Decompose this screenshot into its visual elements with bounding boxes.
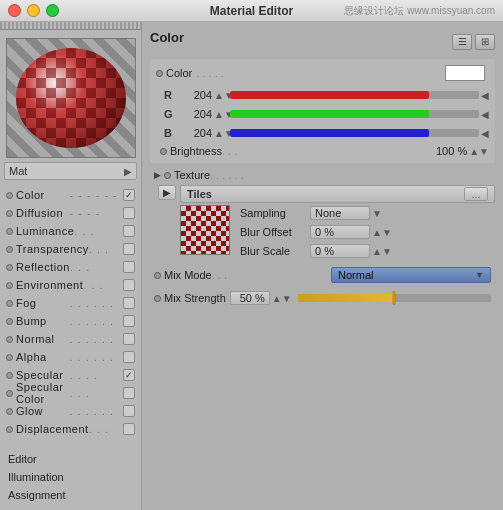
channel-name: Glow	[16, 405, 70, 417]
channel-checkbox[interactable]	[123, 243, 135, 255]
channel-dot	[6, 354, 13, 361]
rgb-channel-label: B	[164, 127, 178, 139]
blur-offset-value[interactable]: 0 %	[310, 225, 370, 239]
rgb-stepper[interactable]: ▲▼	[214, 90, 230, 101]
channel-checkbox[interactable]	[123, 333, 135, 345]
channel-dots: . . .	[70, 387, 124, 399]
rgb-bar-arrow[interactable]: ◀	[481, 90, 489, 101]
channel-name: Reflection	[16, 261, 70, 273]
channel-checkbox[interactable]	[123, 279, 135, 291]
mix-strength-dot	[154, 295, 161, 302]
channel-checkbox[interactable]	[123, 261, 135, 273]
texture-nav-button[interactable]: ▶	[158, 185, 176, 200]
channel-checkbox[interactable]	[123, 225, 135, 237]
channel-checkbox[interactable]	[123, 387, 135, 399]
sampling-label: Sampling	[240, 207, 310, 219]
channel-dot	[6, 408, 13, 415]
bottom-item-editor[interactable]: Editor	[4, 450, 137, 468]
mix-mode-value: Normal	[338, 269, 373, 281]
color-label: Color	[166, 67, 192, 79]
rgb-value: 204	[178, 127, 214, 139]
mix-strength-value[interactable]: 50 %	[230, 291, 270, 305]
channel-dots: - - - - - -	[70, 189, 124, 201]
channel-checkbox[interactable]	[123, 423, 135, 435]
mix-mode-label: Mix Mode	[164, 269, 212, 281]
rgb-bar-track[interactable]	[230, 91, 479, 99]
blur-scale-stepper[interactable]: ▲▼	[372, 246, 392, 257]
channel-dot	[6, 282, 13, 289]
color-dots: . . . . .	[196, 67, 445, 79]
channel-item-normal[interactable]: Normal. . . . . .	[2, 330, 139, 348]
channel-item-alpha[interactable]: Alpha. . . . . .	[2, 348, 139, 366]
rgb-bar-track[interactable]	[230, 129, 479, 137]
rgb-bar-arrow[interactable]: ◀	[481, 109, 489, 120]
brightness-stepper[interactable]: ▲▼	[469, 146, 489, 157]
rgb-bar-fill	[230, 110, 429, 118]
channel-dot	[6, 228, 13, 235]
mix-strength-bar[interactable]	[298, 294, 491, 302]
channel-item-bump[interactable]: Bump. . . . . .	[2, 312, 139, 330]
rgb-row-b: B204▲▼◀	[164, 125, 489, 141]
channel-item-reflection[interactable]: Reflection. . .	[2, 258, 139, 276]
channel-item-transparency[interactable]: Transparency . . .	[2, 240, 139, 258]
channel-item-displacement[interactable]: Displacement . . .	[2, 420, 139, 438]
channel-checkbox[interactable]	[123, 189, 135, 201]
mix-mode-dot	[154, 272, 161, 279]
channel-item-environment[interactable]: Environment . . .	[2, 276, 139, 294]
sampling-dropdown[interactable]: None	[310, 206, 370, 220]
channel-checkbox[interactable]	[123, 405, 135, 417]
section-title: Color	[150, 30, 184, 45]
channel-item-diffusion[interactable]: Diffusion- - - -	[2, 204, 139, 222]
mix-strength-stepper[interactable]: ▲▼	[272, 293, 292, 304]
mix-strength-handle[interactable]	[393, 291, 396, 305]
channel-dots: . . .	[70, 261, 123, 273]
rgb-bar-track[interactable]	[230, 110, 479, 118]
channel-checkbox[interactable]	[123, 297, 135, 309]
blur-scale-value[interactable]: 0 %	[310, 244, 370, 258]
channel-name: Displacement	[16, 423, 89, 435]
channel-checkbox[interactable]	[123, 315, 135, 327]
mat-label-area[interactable]: Mat ▶	[4, 162, 137, 180]
minimize-button[interactable]	[27, 4, 40, 17]
maximize-button[interactable]	[46, 4, 59, 17]
bottom-item-illumination[interactable]: Illumination	[4, 468, 137, 486]
channel-dots: . . . . . .	[70, 315, 124, 327]
channel-item-fog[interactable]: Fog. . . . . .	[2, 294, 139, 312]
sampling-arrow[interactable]: ▼	[372, 208, 382, 219]
blur-offset-stepper[interactable]: ▲▼	[372, 227, 392, 238]
mix-strength-label: Mix Strength	[164, 292, 226, 304]
channel-dots: - - - -	[70, 207, 124, 219]
channel-name: Specular	[16, 369, 70, 381]
channel-dot	[6, 426, 13, 433]
rgb-stepper[interactable]: ▲▼	[214, 109, 230, 120]
channel-name: Transparency	[16, 243, 89, 255]
texture-expand-icon[interactable]: ▶	[154, 170, 161, 180]
mix-mode-dropdown[interactable]: Normal ▼	[331, 267, 491, 283]
channel-item-glow[interactable]: Glow. . . . . .	[2, 402, 139, 420]
channel-item-color[interactable]: Color- - - - - -	[2, 186, 139, 204]
rgb-bar-arrow[interactable]: ◀	[481, 128, 489, 139]
tiles-more-button[interactable]: ...	[464, 187, 488, 201]
bottom-item-assignment[interactable]: Assignment	[4, 486, 137, 504]
channel-checkbox[interactable]	[123, 207, 135, 219]
brightness-dots: . . .	[222, 145, 427, 157]
channel-item-luminance[interactable]: Luminance. . .	[2, 222, 139, 240]
blur-scale-label: Blur Scale	[240, 245, 310, 257]
color-swatch[interactable]	[445, 65, 485, 81]
texture-section: ▶ Texture . . . . . . ▶ Tiles ...	[150, 167, 495, 259]
toolbar-icon-grid[interactable]: ⊞	[475, 34, 495, 50]
channel-checkbox[interactable]	[123, 351, 135, 363]
mix-mode-arrow-icon: ▼	[475, 270, 484, 280]
toolbar-icon-list[interactable]: ☰	[452, 34, 472, 50]
texture-preview	[180, 205, 230, 255]
channel-checkbox[interactable]	[123, 369, 135, 381]
channel-name: Environment	[16, 279, 83, 291]
channel-dots: . . .	[89, 243, 123, 255]
rgb-stepper[interactable]: ▲▼	[214, 128, 230, 139]
bottom-items: EditorIlluminationAssignment	[0, 448, 141, 510]
texture-header: ▶ Texture . . . . . .	[150, 167, 495, 183]
channel-dots: . . . . . .	[70, 405, 124, 417]
channel-item-specular-color[interactable]: Specular Color . . .	[2, 384, 139, 402]
watermark: 思缘设计论坛 www.missyuan.com	[344, 4, 495, 18]
close-button[interactable]	[8, 4, 21, 17]
